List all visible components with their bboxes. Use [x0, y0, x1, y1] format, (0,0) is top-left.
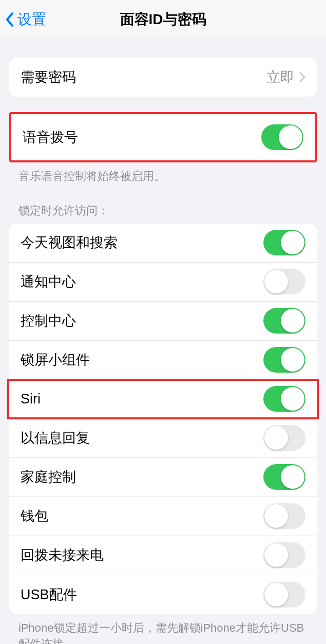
today-view-row: 今天视图和搜索 [9, 224, 317, 263]
return-missed-calls-row: 回拨未接来电 [9, 536, 317, 575]
home-control-toggle[interactable] [263, 464, 305, 490]
lock-screen-section: 今天视图和搜索 通知中心 控制中心 锁屏小组件 Siri 以信息回复 家庭控制 [9, 224, 317, 614]
reply-with-message-toggle[interactable] [263, 425, 305, 451]
require-passcode-row[interactable]: 需要密码 立即 [9, 58, 317, 97]
reply-with-message-label: 以信息回复 [21, 429, 90, 447]
return-missed-calls-toggle[interactable] [263, 542, 305, 568]
siri-label: Siri [21, 391, 41, 407]
chevron-right-icon [299, 72, 305, 82]
voice-dial-toggle[interactable] [261, 124, 303, 150]
notification-center-row: 通知中心 [9, 263, 317, 302]
voice-dial-footer: 音乐语音控制将始终被启用。 [0, 162, 326, 185]
wallet-row: 钱包 [9, 497, 317, 536]
control-center-label: 控制中心 [21, 311, 76, 330]
back-button[interactable]: 设置 [0, 10, 46, 29]
siri-row: Siri [9, 380, 317, 419]
require-passcode-value-group: 立即 [266, 68, 305, 86]
return-missed-calls-label: 回拨未接来电 [21, 546, 104, 564]
home-control-label: 家庭控制 [21, 468, 76, 486]
usb-accessories-toggle[interactable] [263, 582, 305, 608]
control-center-toggle[interactable] [263, 308, 305, 334]
reply-with-message-row: 以信息回复 [9, 419, 317, 458]
lock-screen-widgets-row: 锁屏小组件 [9, 341, 317, 380]
usb-accessories-label: USB配件 [21, 585, 77, 604]
lock-screen-header: 锁定时允许访问： [0, 203, 326, 224]
nav-header: 设置 面容ID与密码 [0, 0, 326, 39]
today-view-label: 今天视图和搜索 [21, 233, 118, 252]
usb-accessories-row: USB配件 [9, 575, 317, 614]
siri-toggle[interactable] [263, 386, 305, 412]
notification-center-label: 通知中心 [21, 272, 76, 291]
require-passcode-label: 需要密码 [21, 68, 76, 86]
usb-footer: iPhone锁定超过一小时后，需先解锁iPhone才能允许USB配件连接。 [0, 614, 326, 644]
control-center-row: 控制中心 [9, 302, 317, 341]
lock-screen-widgets-toggle[interactable] [263, 347, 305, 373]
voice-dial-row: 语音拨号 [11, 114, 315, 160]
require-passcode-section: 需要密码 立即 [9, 58, 317, 97]
wallet-label: 钱包 [21, 507, 48, 525]
lock-screen-widgets-label: 锁屏小组件 [21, 351, 90, 369]
page-title: 面容ID与密码 [0, 10, 326, 29]
today-view-toggle[interactable] [263, 230, 305, 255]
home-control-row: 家庭控制 [9, 458, 317, 497]
wallet-toggle[interactable] [263, 503, 305, 529]
require-passcode-value: 立即 [266, 68, 294, 86]
voice-dial-label: 语音拨号 [23, 128, 78, 146]
voice-dial-section: 语音拨号 [9, 112, 317, 162]
notification-center-toggle[interactable] [263, 269, 305, 295]
back-label: 设置 [17, 10, 46, 29]
chevron-left-icon [5, 12, 14, 27]
